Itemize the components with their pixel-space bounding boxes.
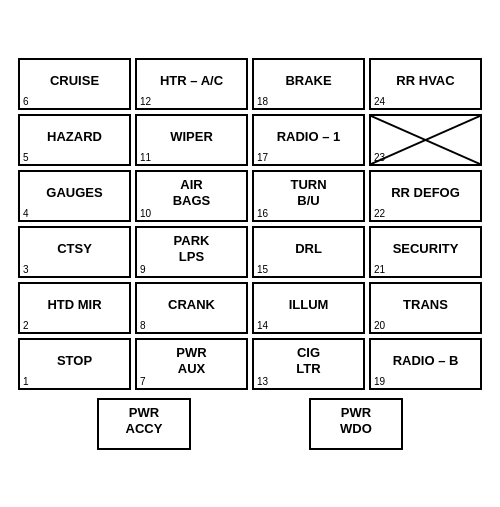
cell-number: 8 [140,320,146,331]
fuse-label: BRAKE [285,73,331,89]
fuse-label: HTD MIR [47,297,101,313]
fuse-cell: CRUISE6 [18,58,131,110]
fuse-label: PWRAUX [176,345,206,376]
fuse-cell: CIGLTR13 [252,338,365,390]
cell-number: 17 [257,152,268,163]
fuse-cell-bottom: PWRACCY [97,398,190,450]
fuse-label: HAZARD [47,129,102,145]
cell-number: 21 [374,264,385,275]
fuse-label: AIRBAGS [173,177,211,208]
fuse-label: TURNB/U [290,177,326,208]
cell-number: 10 [140,208,151,219]
fuse-diagram: CRUISE6HTR – A/C12BRAKE18RR HVAC24HAZARD… [10,50,490,458]
fuse-cell: RADIO – 117 [252,114,365,166]
fuse-cell: BRAKE18 [252,58,365,110]
cell-number: 13 [257,376,268,387]
cell-number: 4 [23,208,29,219]
cell-number: 14 [257,320,268,331]
fuse-cell: HTR – A/C12 [135,58,248,110]
cell-number: 20 [374,320,385,331]
cell-number: 23 [374,152,385,163]
cell-number: 5 [23,152,29,163]
fuse-cell: STOP1 [18,338,131,390]
cell-number: 3 [23,264,29,275]
fuse-cell: TRANS20 [369,282,482,334]
fuse-label: CRUISE [50,73,99,89]
cell-number: 15 [257,264,268,275]
fuse-cell: HAZARD5 [18,114,131,166]
fuse-cell-bottom: PWRWDO [309,398,402,450]
cell-number: 24 [374,96,385,107]
fuse-label: PARKLPS [174,233,210,264]
cell-number: 11 [140,152,151,163]
fuse-label: CIGLTR [296,345,320,376]
fuse-label: DRL [295,241,322,257]
cell-number: 19 [374,376,385,387]
fuse-cell: WIPER11 [135,114,248,166]
fuse-label: CTSY [57,241,92,257]
fuse-label: PWRACCY [126,405,163,436]
cell-number: 2 [23,320,29,331]
cell-number: 9 [140,264,146,275]
fuse-cell: SECURITY21 [369,226,482,278]
fuse-cell: CRANK8 [135,282,248,334]
fuse-cell: TURNB/U16 [252,170,365,222]
fuse-label: GAUGES [46,185,102,201]
fuse-label: SECURITY [393,241,459,257]
cell-number: 7 [140,376,146,387]
fuse-cell: ILLUM14 [252,282,365,334]
fuse-label: WIPER [170,129,213,145]
cell-number: 1 [23,376,29,387]
cell-number: 6 [23,96,29,107]
fuse-label: CRANK [168,297,215,313]
cell-number: 12 [140,96,151,107]
fuse-cell: GAUGES4 [18,170,131,222]
cell-number: 16 [257,208,268,219]
fuse-cell: CTSY3 [18,226,131,278]
fuse-cell: DRL15 [252,226,365,278]
fuse-label: PWRWDO [340,405,372,436]
fuse-cell: PWRAUX7 [135,338,248,390]
fuse-label: RADIO – 1 [277,129,341,145]
cell-number: 22 [374,208,385,219]
fuse-label: ILLUM [289,297,329,313]
fuse-cell: RR DEFOG22 [369,170,482,222]
fuse-cell: PARKLPS9 [135,226,248,278]
fuse-cell: RR HVAC24 [369,58,482,110]
fuse-label: STOP [57,353,92,369]
fuse-cell-empty: 23 [369,114,482,166]
fuse-cell: RADIO – B19 [369,338,482,390]
fuse-label: HTR – A/C [160,73,223,89]
fuse-label: RR DEFOG [391,185,460,201]
fuse-cell: HTD MIR2 [18,282,131,334]
bottom-row: PWRACCYPWRWDO [18,398,482,450]
cell-number: 18 [257,96,268,107]
fuse-label: RR HVAC [396,73,454,89]
fuse-cell: AIRBAGS10 [135,170,248,222]
fuse-label: TRANS [403,297,448,313]
fuse-label: RADIO – B [393,353,459,369]
fuse-grid: CRUISE6HTR – A/C12BRAKE18RR HVAC24HAZARD… [18,58,482,390]
